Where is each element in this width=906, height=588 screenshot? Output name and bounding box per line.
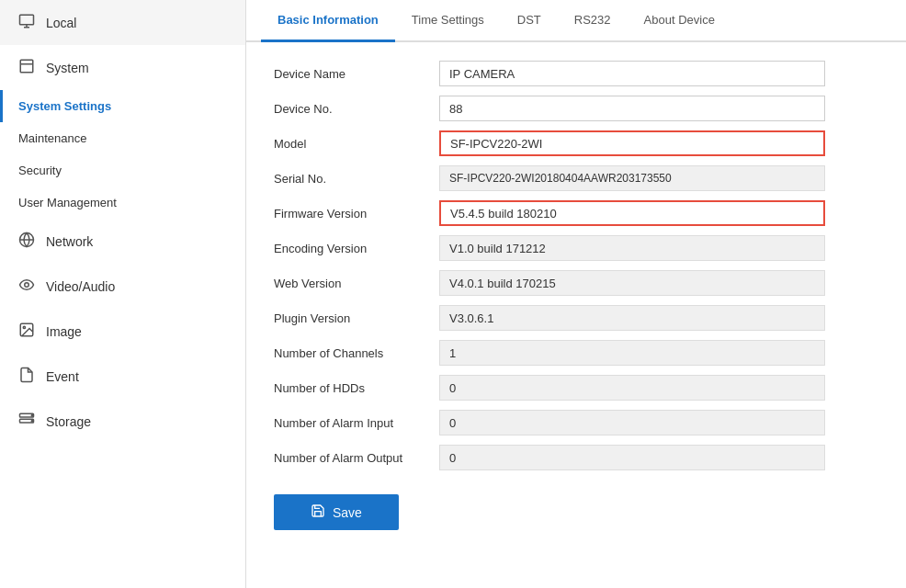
sidebar-label-system-settings: System Settings <box>18 99 111 113</box>
form-row-num-channels: Number of Channels 1 <box>274 340 878 366</box>
storage-icon <box>18 412 35 431</box>
save-label: Save <box>333 505 362 520</box>
form-row-model: Model SF-IPCV220-2WI <box>274 130 878 156</box>
value-serial-no: SF-IPCV220-2WI20180404AAWR203173550 <box>439 165 825 191</box>
label-encoding-version: Encoding Version <box>274 242 439 255</box>
svg-point-12 <box>31 414 33 416</box>
sidebar-item-storage[interactable]: Storage <box>0 399 245 444</box>
system-icon <box>18 58 35 77</box>
tab-dst[interactable]: DST <box>501 0 558 42</box>
sidebar-item-video-audio[interactable]: Video/Audio <box>0 264 245 309</box>
label-plugin-version: Plugin Version <box>274 311 439 325</box>
sidebar-label-maintenance: Maintenance <box>18 131 86 145</box>
label-num-channels: Number of Channels <box>274 346 439 360</box>
form-row-web-version: Web Version V4.0.1 build 170215 <box>274 270 878 296</box>
form-row-encoding-version: Encoding Version V1.0 build 171212 <box>274 235 878 261</box>
form-row-firmware-version: Firmware Version V5.4.5 build 180210 <box>274 200 878 226</box>
label-firmware-version: Firmware Version <box>274 207 439 220</box>
label-num-alarm-input: Number of Alarm Input <box>274 416 439 430</box>
image-icon <box>18 322 35 341</box>
input-device-no[interactable] <box>439 96 825 121</box>
tab-bar: Basic Information Time Settings DST RS23… <box>246 0 906 42</box>
sidebar-label-event: Event <box>46 369 79 384</box>
value-num-alarm-input: 0 <box>439 410 825 435</box>
sidebar-item-image[interactable]: Image <box>0 309 245 354</box>
save-button[interactable]: Save <box>274 494 399 530</box>
sidebar-item-maintenance[interactable]: Maintenance <box>0 122 245 154</box>
main-panel: Basic Information Time Settings DST RS23… <box>246 0 906 588</box>
form-row-serial-no: Serial No. SF-IPCV220-2WI20180404AAWR203… <box>274 165 878 191</box>
sidebar-item-local[interactable]: Local <box>0 0 245 45</box>
sidebar-item-event[interactable]: Event <box>0 354 245 399</box>
label-device-name: Device Name <box>274 67 439 81</box>
sidebar-item-security[interactable]: Security <box>0 154 245 187</box>
form-row-device-name: Device Name <box>274 61 878 86</box>
svg-rect-3 <box>20 60 33 73</box>
form-content: Device Name Device No. Model SF-IPCV220-… <box>246 42 906 588</box>
form-row-num-hdds: Number of HDDs 0 <box>274 375 878 401</box>
sidebar-item-system-settings[interactable]: System Settings <box>0 90 245 122</box>
label-model: Model <box>274 137 439 151</box>
sidebar-label-user-management: User Management <box>18 196 117 209</box>
value-firmware-version: V5.4.5 build 180210 <box>439 200 825 226</box>
sidebar-label-image: Image <box>46 324 82 339</box>
svg-point-7 <box>25 283 29 288</box>
value-plugin-version: V3.0.6.1 <box>439 305 825 331</box>
input-device-name[interactable] <box>439 61 825 86</box>
value-num-alarm-output: 0 <box>439 445 825 470</box>
value-num-hdds: 0 <box>439 375 825 401</box>
value-encoding-version: V1.0 build 171212 <box>439 235 825 261</box>
value-num-channels: 1 <box>439 340 825 366</box>
sidebar-label-security: Security <box>18 164 62 177</box>
sidebar-label-system: System <box>46 61 89 75</box>
event-icon <box>18 367 35 386</box>
sidebar-item-system[interactable]: System <box>0 45 245 90</box>
save-icon <box>311 503 325 521</box>
sidebar: Local System System Settings Maintenance… <box>0 0 246 588</box>
video-icon <box>18 277 35 296</box>
monitor-icon <box>18 13 35 32</box>
network-icon <box>18 232 35 251</box>
value-model: SF-IPCV220-2WI <box>439 130 825 156</box>
svg-rect-0 <box>20 15 34 25</box>
label-web-version: Web Version <box>274 277 439 290</box>
form-row-num-alarm-input: Number of Alarm Input 0 <box>274 410 878 435</box>
tab-about-device[interactable]: About Device <box>628 0 731 42</box>
sidebar-item-user-management[interactable]: User Management <box>0 187 245 219</box>
label-num-hdds: Number of HDDs <box>274 381 439 395</box>
sidebar-label-local: Local <box>46 16 76 30</box>
svg-point-13 <box>31 420 33 422</box>
form-row-device-no: Device No. <box>274 96 878 121</box>
label-num-alarm-output: Number of Alarm Output <box>274 451 439 465</box>
label-device-no: Device No. <box>274 102 439 116</box>
tab-basic-information[interactable]: Basic Information <box>261 0 395 42</box>
svg-point-9 <box>23 326 25 328</box>
value-web-version: V4.0.1 build 170215 <box>439 270 825 296</box>
sidebar-label-storage: Storage <box>46 414 91 429</box>
sidebar-label-network: Network <box>46 234 93 249</box>
label-serial-no: Serial No. <box>274 172 439 186</box>
form-row-plugin-version: Plugin Version V3.0.6.1 <box>274 305 878 331</box>
tab-rs232[interactable]: RS232 <box>558 0 628 42</box>
sidebar-item-network[interactable]: Network <box>0 219 245 264</box>
tab-time-settings[interactable]: Time Settings <box>395 0 501 42</box>
sidebar-label-video-audio: Video/Audio <box>46 279 115 294</box>
form-row-num-alarm-output: Number of Alarm Output 0 <box>274 445 878 470</box>
